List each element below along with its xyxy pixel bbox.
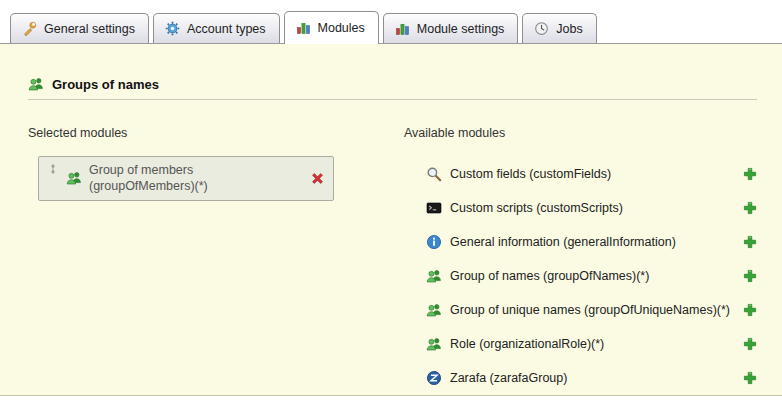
group-icon [426,268,442,284]
modules-icon [296,20,311,35]
tab-account-types[interactable]: Account types [153,13,280,43]
add-module-button[interactable] [743,303,757,317]
available-module-row: Zarafa (zarafaGroup) [426,368,757,388]
selected-modules-label: Selected modules [28,126,404,140]
tab-label: Jobs [556,22,582,36]
wrench-icon [22,21,37,36]
group-icon [426,336,442,352]
selected-module-label: Group of members(groupOfMembers)(*) [89,162,208,195]
tab-modules[interactable]: Modules [284,11,379,44]
add-module-button[interactable] [743,235,757,249]
page-title: Groups of names [52,77,159,92]
bottom-strip [0,396,782,403]
tab-label: Modules [318,21,365,35]
magnifier-icon [426,166,442,182]
add-module-button[interactable] [743,337,757,351]
available-module-label: Group of names (groupOfNames)(*) [450,269,649,283]
add-module-button[interactable] [743,201,757,215]
add-icon [743,371,757,385]
tab-label: General settings [44,22,135,36]
available-module-row: Role (organizationalRole)(*) [426,334,757,354]
available-module-label: General information (generalInformation) [450,235,676,249]
available-modules-column: Available modules Custom fields (customF… [404,126,757,396]
group-icon [28,76,44,92]
add-icon [743,269,757,283]
tab-module-settings[interactable]: Module settings [383,13,519,43]
tab-general-settings[interactable]: General settings [10,13,149,43]
remove-module-button[interactable] [310,171,325,186]
selected-modules-column: Selected modules Group of members(groupO… [28,126,404,396]
tab-label: Account types [187,22,266,36]
add-icon [743,337,757,351]
settings-page: General settingsAccount typesModulesModu… [0,0,782,403]
available-module-label: Custom fields (customFields) [450,167,611,181]
add-icon [743,201,757,215]
section-heading: Groups of names [28,76,757,92]
content-panel: Groups of names Selected modules Group o… [0,44,782,396]
available-module-row: Custom scripts (customScripts) [426,198,757,218]
available-module-row: General information (generalInformation) [426,232,757,252]
available-module-label: Role (organizationalRole)(*) [450,337,604,351]
available-module-row: Custom fields (customFields) [426,164,757,184]
script-icon [426,200,442,216]
group-icon [66,170,82,186]
tab-jobs[interactable]: Jobs [522,13,596,43]
module-columns: Selected modules Group of members(groupO… [28,126,757,396]
clock-icon [534,21,549,36]
available-module-label: Group of unique names (groupOfUniqueName… [450,303,730,317]
delete-icon [310,171,325,186]
available-module-label: Custom scripts (customScripts) [450,201,623,215]
tab-label: Module settings [417,22,505,36]
available-module-row: Group of unique names (groupOfUniqueName… [426,300,757,320]
add-icon [743,235,757,249]
available-module-row: Group of names (groupOfNames)(*) [426,266,757,286]
selected-module-item[interactable]: Group of members(groupOfMembers)(*) [38,156,334,201]
available-module-label: Zarafa (zarafaGroup) [450,371,567,385]
info-icon [426,234,442,250]
available-modules-list: Custom fields (customFields)Custom scrip… [404,164,757,388]
selected-modules-list: Group of members(groupOfMembers)(*) [38,156,334,201]
available-modules-label: Available modules [404,126,757,140]
add-module-button[interactable] [743,371,757,385]
modules-icon [395,21,410,36]
add-icon [743,303,757,317]
gear-icon [165,21,180,36]
heading-divider [28,99,757,100]
add-module-button[interactable] [743,269,757,283]
group-icon [426,302,442,318]
add-icon [743,167,757,181]
tab-bar: General settingsAccount typesModulesModu… [0,0,782,44]
drag-icon [47,163,59,175]
add-module-button[interactable] [743,167,757,181]
zarafa-icon [426,370,442,386]
